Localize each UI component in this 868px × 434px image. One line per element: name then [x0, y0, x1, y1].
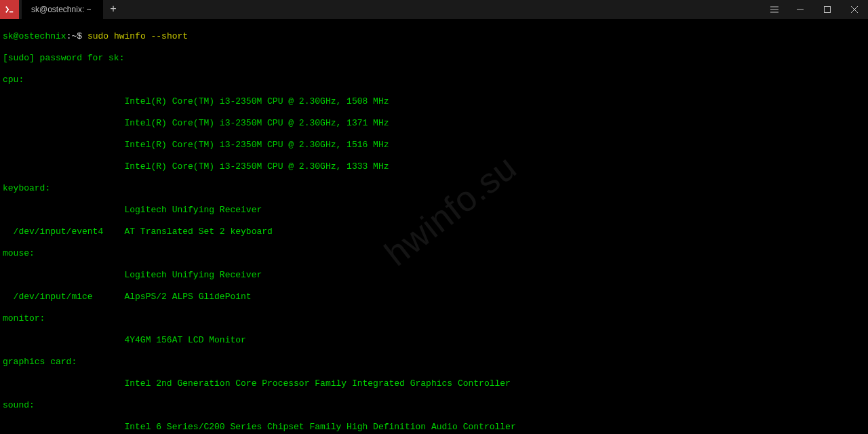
output-line: Logitech Unifying Receiver: [3, 205, 865, 216]
hamburger-icon: [770, 6, 778, 13]
prompt-userhost: sk@ostechnix: [3, 31, 66, 41]
output-line: Intel(R) Core(TM) i3-2350M CPU @ 2.30GHz…: [3, 96, 865, 107]
section-monitor: monitor:: [3, 313, 865, 324]
output-line: /dev/input/event4 AT Translated Set 2 ke…: [3, 226, 865, 237]
output-line: Intel 2nd Generation Core Processor Fami…: [3, 378, 865, 389]
title-bar: sk@ostechnix: ~ +: [0, 0, 868, 19]
close-icon: [851, 6, 858, 13]
output-line: 4Y4GM 156AT LCD Monitor: [3, 335, 865, 346]
command-text: sudo hwinfo --short: [87, 31, 188, 41]
section-cpu: cpu:: [3, 75, 865, 85]
output-line: Intel(R) Core(TM) i3-2350M CPU @ 2.30GHz…: [3, 118, 865, 129]
prompt-line: sk@ostechnix:~$ sudo hwinfo --short: [3, 31, 865, 42]
output-line: Intel(R) Core(TM) i3-2350M CPU @ 2.30GHz…: [3, 161, 865, 172]
output-line: /dev/input/mice AlpsPS/2 ALPS GlidePoint: [3, 292, 865, 302]
terminal-app-icon[interactable]: [0, 0, 19, 19]
prompt-dollar: $: [77, 31, 82, 41]
menu-button[interactable]: [762, 0, 787, 19]
maximize-button[interactable]: [814, 0, 841, 19]
plus-icon: +: [110, 3, 117, 16]
tab-active[interactable]: sk@ostechnix: ~: [22, 0, 103, 19]
window-controls: [762, 0, 868, 19]
terminal-body[interactable]: sk@ostechnix:~$ sudo hwinfo --short [sud…: [0, 19, 868, 434]
section-mouse: mouse:: [3, 248, 865, 259]
close-button[interactable]: [841, 0, 868, 19]
minimize-button[interactable]: [787, 0, 814, 19]
tab-area: sk@ostechnix: ~ +: [0, 0, 123, 19]
section-sound: sound:: [3, 400, 865, 411]
output-line: Logitech Unifying Receiver: [3, 270, 865, 281]
minimize-icon: [797, 6, 804, 13]
maximize-icon: [824, 6, 831, 13]
tab-title: sk@ostechnix: ~: [31, 5, 92, 14]
output-line: Intel 6 Series/C200 Series Chipset Famil…: [3, 422, 865, 433]
output-line: Intel(R) Core(TM) i3-2350M CPU @ 2.30GHz…: [3, 140, 865, 151]
svg-rect-5: [825, 7, 831, 13]
new-tab-button[interactable]: +: [103, 0, 123, 19]
output-line: [sudo] password for sk:: [3, 53, 865, 64]
section-keyboard: keyboard:: [3, 183, 865, 194]
section-graphics: graphics card:: [3, 357, 865, 368]
